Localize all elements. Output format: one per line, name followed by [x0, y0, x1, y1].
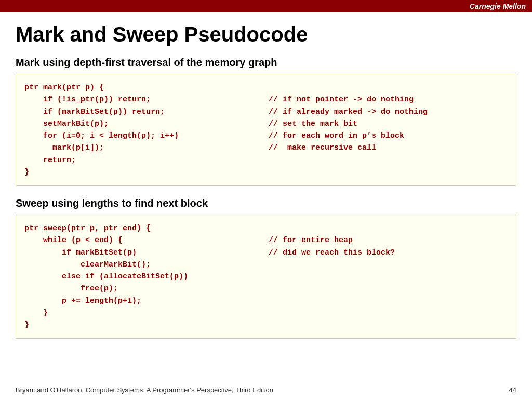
table-row: if (markBitSet(p)) return;// if already … [24, 106, 508, 118]
table-row: } [24, 307, 508, 319]
code-text: ptr mark(ptr p) { [24, 82, 269, 94]
code-comment: // for entire heap [269, 234, 353, 246]
code-comment: // if not pointer -> do nothing [269, 94, 414, 105]
code-text: if markBitSet(p) [24, 247, 269, 259]
code-text: mark(p[i]); [24, 142, 269, 154]
table-row: return; [24, 154, 508, 166]
table-row: } [24, 319, 508, 331]
table-row: free(p); [24, 283, 508, 295]
main-content: Mark and Sweep Pseudocode Mark using dep… [0, 12, 532, 355]
table-row: setMarkBit(p);// set the mark bit [24, 118, 508, 130]
mark-code-block: ptr mark(ptr p) { if (!is_ptr(p)) return… [16, 74, 516, 186]
code-text: free(p); [24, 283, 269, 295]
code-text: while (p < end) { [24, 234, 269, 246]
code-comment: // make recursive call [269, 142, 376, 154]
code-text: clearMarkBit(); [24, 259, 269, 271]
table-row: if markBitSet(p)// did we reach this blo… [24, 247, 508, 259]
table-row: else if (allocateBitSet(p)) [24, 271, 508, 283]
table-row: } [24, 166, 508, 178]
table-row: clearMarkBit(); [24, 259, 508, 271]
sweep-code-block: ptr sweep(ptr p, ptr end) { while (p < e… [16, 215, 516, 339]
code-text: for (i=0; i < length(p); i++) [24, 130, 269, 142]
footer: Bryant and O'Hallaron, Computer Systems:… [0, 386, 532, 394]
footer-citation: Bryant and O'Hallaron, Computer Systems:… [16, 386, 273, 394]
code-text: } [24, 307, 269, 319]
code-comment: // set the mark bit [269, 118, 357, 130]
header-bar: Carnegie Mellon [0, 0, 532, 12]
code-text: if (markBitSet(p)) return; [24, 106, 269, 118]
code-text: else if (allocateBitSet(p)) [24, 271, 269, 283]
code-text: } [24, 319, 269, 331]
code-comment: // for each word in p’s block [269, 130, 404, 142]
table-row: while (p < end) {// for entire heap [24, 234, 508, 246]
code-comment: // did we reach this block? [269, 247, 395, 259]
code-text: p += length(p+1); [24, 295, 269, 307]
table-row: for (i=0; i < length(p); i++)// for each… [24, 130, 508, 142]
table-row: ptr mark(ptr p) { [24, 82, 508, 94]
code-comment: // if already marked -> do nothing [269, 106, 428, 118]
brand-label: Carnegie Mellon [470, 2, 526, 10]
section1-heading: Mark using depth-first traversal of the … [16, 57, 516, 69]
table-row: mark(p[i]);// make recursive call [24, 142, 508, 154]
code-text: if (!is_ptr(p)) return; [24, 94, 269, 105]
code-text: ptr sweep(ptr p, ptr end) { [24, 222, 269, 234]
footer-page-number: 44 [509, 386, 516, 394]
section2-heading: Sweep using lengths to find next block [16, 197, 516, 209]
code-text: } [24, 166, 269, 178]
table-row: p += length(p+1); [24, 295, 508, 307]
table-row: ptr sweep(ptr p, ptr end) { [24, 222, 508, 234]
code-text: setMarkBit(p); [24, 118, 269, 130]
table-row: if (!is_ptr(p)) return;// if not pointer… [24, 94, 508, 105]
code-text: return; [24, 154, 269, 166]
page-title: Mark and Sweep Pseudocode [16, 23, 516, 46]
